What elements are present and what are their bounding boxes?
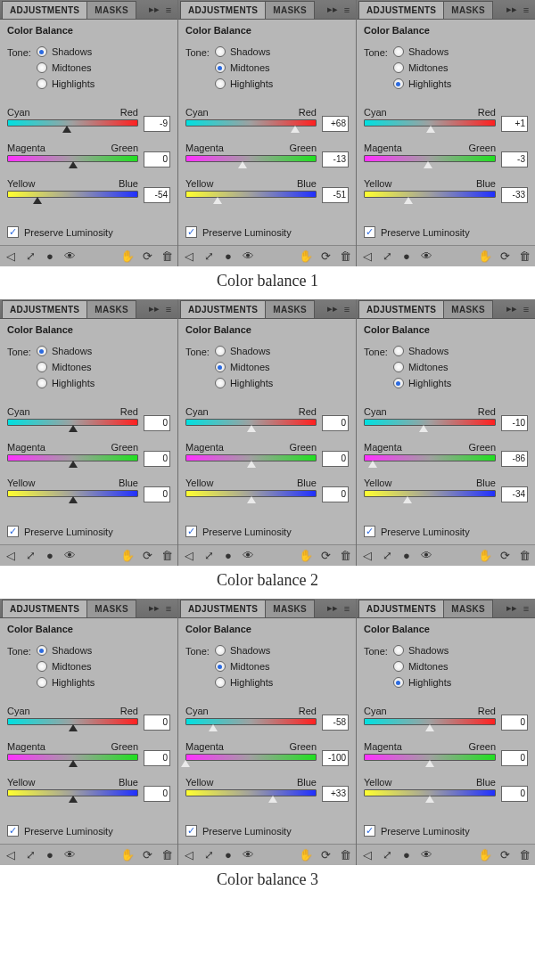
expand-icon[interactable]: ⤢ [380, 549, 394, 563]
reset-icon[interactable]: ⟳ [498, 549, 512, 563]
expand-icon[interactable]: ⤢ [23, 249, 37, 264]
expand-icon[interactable]: ⤢ [380, 249, 394, 264]
radio-midtones[interactable] [215, 362, 226, 372]
cyan-red-slider[interactable] [7, 718, 138, 731]
cyan-red-value[interactable]: 0 [322, 415, 349, 431]
radio-shadows[interactable] [393, 46, 404, 57]
back-icon[interactable]: ◁ [182, 249, 196, 264]
tone-option-shadows[interactable]: Shadows [37, 346, 95, 356]
radio-shadows[interactable] [215, 46, 226, 57]
tone-option-midtones[interactable]: Midtones [215, 362, 273, 372]
radio-shadows[interactable] [37, 645, 47, 656]
radio-shadows[interactable] [37, 46, 47, 57]
collapse-icon[interactable]: ▸▸ [506, 603, 517, 614]
magenta-green-value[interactable]: 0 [144, 151, 170, 167]
collapse-icon[interactable]: ▸▸ [149, 4, 160, 15]
collapse-icon[interactable]: ▸▸ [506, 4, 517, 15]
radio-highlights[interactable] [37, 78, 47, 89]
tone-option-highlights[interactable]: Highlights [393, 378, 451, 388]
cyan-red-value[interactable]: -10 [501, 415, 528, 431]
preserve-luminosity[interactable]: ✓Preserve Luminosity [364, 226, 528, 238]
trash-icon[interactable]: 🗑 [160, 848, 174, 862]
cyan-red-value[interactable]: +68 [322, 116, 349, 132]
radio-midtones[interactable] [215, 661, 226, 672]
hand-icon[interactable]: ✋ [299, 249, 313, 264]
yellow-blue-slider[interactable] [7, 490, 138, 502]
magenta-green-thumb[interactable] [181, 760, 190, 767]
cyan-red-slider[interactable] [185, 718, 317, 731]
tab-adjustments[interactable]: ADJUSTMENTS [180, 300, 266, 318]
magenta-green-slider[interactable] [7, 454, 138, 467]
yellow-blue-value[interactable]: -33 [501, 187, 528, 203]
magenta-green-value[interactable]: -3 [501, 151, 528, 167]
radio-highlights[interactable] [393, 677, 404, 688]
preserve-luminosity[interactable]: ✓Preserve Luminosity [364, 825, 528, 837]
magenta-green-value[interactable]: 0 [144, 451, 170, 467]
cyan-red-thumb[interactable] [426, 126, 435, 133]
cyan-red-value[interactable]: -9 [144, 116, 170, 132]
cyan-red-thumb[interactable] [69, 425, 78, 432]
hand-icon[interactable]: ✋ [299, 848, 313, 862]
magenta-green-thumb[interactable] [69, 461, 78, 468]
magenta-green-slider[interactable] [185, 454, 317, 467]
cyan-red-value[interactable]: 0 [144, 715, 170, 731]
panel-menu-icon[interactable]: ≡ [521, 603, 531, 614]
preserve-luminosity[interactable]: ✓Preserve Luminosity [7, 526, 170, 537]
panel-menu-icon[interactable]: ≡ [521, 4, 531, 15]
drop-icon[interactable]: ● [221, 249, 235, 264]
drop-icon[interactable]: ● [399, 549, 414, 563]
tone-option-highlights[interactable]: Highlights [37, 677, 95, 688]
tone-option-highlights[interactable]: Highlights [37, 78, 95, 89]
hand-icon[interactable]: ✋ [120, 249, 135, 264]
tab-adjustments[interactable]: ADJUSTMENTS [2, 600, 87, 617]
preserve-checkbox[interactable]: ✓ [7, 526, 19, 537]
radio-shadows[interactable] [393, 346, 404, 356]
yellow-blue-slider[interactable] [364, 490, 496, 502]
radio-highlights[interactable] [215, 677, 226, 688]
cyan-red-thumb[interactable] [247, 425, 256, 432]
tab-adjustments[interactable]: ADJUSTMENTS [358, 600, 444, 617]
tone-option-shadows[interactable]: Shadows [393, 46, 451, 57]
reset-icon[interactable]: ⟳ [498, 249, 512, 264]
yellow-blue-thumb[interactable] [425, 796, 434, 803]
collapse-icon[interactable]: ▸▸ [506, 304, 517, 314]
cyan-red-thumb[interactable] [425, 724, 434, 731]
yellow-blue-value[interactable]: +33 [322, 786, 349, 802]
collapse-icon[interactable]: ▸▸ [327, 4, 338, 15]
preserve-luminosity[interactable]: ✓Preserve Luminosity [7, 226, 170, 238]
yellow-blue-slider[interactable] [7, 789, 138, 802]
cyan-red-value[interactable]: 0 [501, 715, 528, 731]
expand-icon[interactable]: ⤢ [23, 549, 37, 563]
radio-shadows[interactable] [37, 346, 47, 356]
magenta-green-slider[interactable] [364, 454, 496, 467]
collapse-icon[interactable]: ▸▸ [149, 304, 160, 314]
yellow-blue-value[interactable]: -34 [501, 486, 528, 502]
preserve-checkbox[interactable]: ✓ [364, 825, 375, 837]
reset-icon[interactable]: ⟳ [140, 549, 154, 563]
reset-icon[interactable]: ⟳ [318, 249, 333, 264]
preserve-checkbox[interactable]: ✓ [364, 226, 375, 238]
magenta-green-slider[interactable] [364, 155, 496, 167]
radio-midtones[interactable] [393, 661, 404, 672]
yellow-blue-thumb[interactable] [268, 796, 277, 803]
magenta-green-thumb[interactable] [425, 760, 434, 767]
back-icon[interactable]: ◁ [4, 549, 18, 563]
reset-icon[interactable]: ⟳ [318, 848, 333, 862]
tone-option-midtones[interactable]: Midtones [393, 62, 451, 73]
preserve-checkbox[interactable]: ✓ [185, 825, 197, 837]
tone-option-midtones[interactable]: Midtones [215, 661, 273, 672]
tab-masks[interactable]: MASKS [265, 1, 315, 19]
reset-icon[interactable]: ⟳ [498, 848, 512, 862]
panel-menu-icon[interactable]: ≡ [342, 603, 352, 614]
expand-icon[interactable]: ⤢ [202, 848, 216, 862]
drop-icon[interactable]: ● [221, 848, 235, 862]
radio-shadows[interactable] [215, 645, 226, 656]
trash-icon[interactable]: 🗑 [517, 848, 531, 862]
visibility-icon[interactable]: 👁 [241, 848, 255, 862]
reset-icon[interactable]: ⟳ [318, 549, 333, 563]
preserve-luminosity[interactable]: ✓Preserve Luminosity [185, 825, 349, 837]
collapse-icon[interactable]: ▸▸ [327, 603, 338, 614]
expand-icon[interactable]: ⤢ [202, 549, 216, 563]
panel-menu-icon[interactable]: ≡ [163, 603, 174, 614]
trash-icon[interactable]: 🗑 [338, 249, 352, 264]
